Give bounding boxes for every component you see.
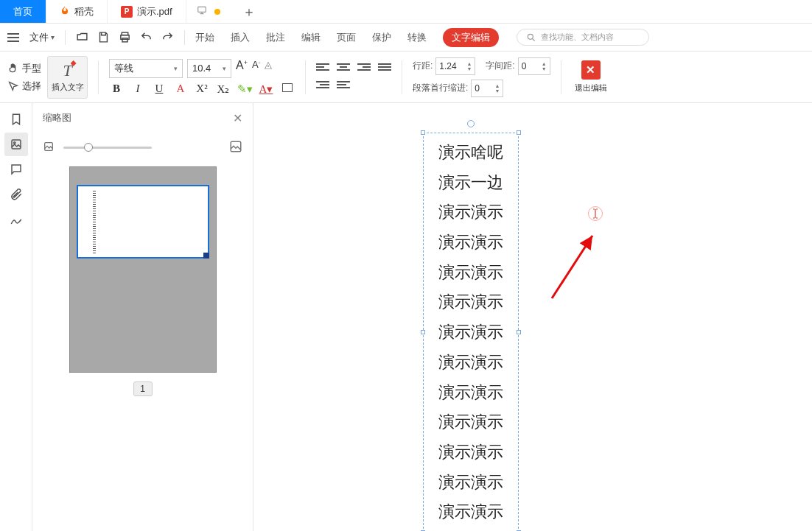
thumb-small-icon[interactable] — [43, 141, 55, 155]
shrink-font-icon[interactable]: A- — [252, 59, 260, 78]
svg-point-4 — [528, 34, 533, 39]
svg-rect-0 — [197, 7, 206, 12]
thumbnail-panel-icon[interactable] — [4, 133, 28, 156]
tab-document[interactable]: P 演示.pdf — [108, 0, 186, 23]
indent-decrease-button[interactable] — [316, 81, 329, 91]
menu-edit[interactable]: 编辑 — [301, 31, 321, 44]
sign-panel-icon[interactable] — [4, 208, 28, 231]
resize-handle[interactable] — [517, 130, 521, 135]
strikethrough-button[interactable]: A — [173, 82, 188, 95]
char-spacing-label: 字间距: — [486, 60, 514, 72]
slider-thumb[interactable] — [84, 143, 93, 152]
tabs-bar: 首页 稻壳 P 演示.pdf ＋ — [0, 0, 812, 24]
highlight-button[interactable]: ✎▾ — [237, 82, 252, 96]
text-box-button[interactable] — [280, 82, 295, 95]
indent-increase-button[interactable] — [337, 81, 350, 91]
spinner-icon[interactable]: ▲▼ — [494, 83, 500, 94]
spinner-icon[interactable]: ▲▼ — [466, 61, 472, 71]
line-spacing-value: 1.24 — [439, 61, 456, 71]
superscript-button[interactable]: X² — [195, 82, 209, 95]
status-dot-icon — [214, 9, 220, 15]
screen-icon[interactable] — [197, 5, 207, 18]
menu-start[interactable]: 开始 — [195, 31, 214, 44]
menu-convert[interactable]: 转换 — [407, 31, 427, 44]
side-icon-strip — [0, 103, 32, 531]
menu-text-edit[interactable]: 文字编辑 — [443, 28, 499, 47]
resize-handle[interactable] — [421, 130, 425, 135]
svg-line-9 — [552, 236, 592, 298]
resize-handle[interactable] — [421, 330, 425, 334]
align-justify-button[interactable] — [378, 63, 391, 74]
close-panel-button[interactable]: ✕ — [233, 111, 242, 125]
text-line: 演示演示 — [427, 437, 515, 468]
align-center-button[interactable] — [337, 63, 350, 74]
pointer-tools: 手型 选择 — [7, 62, 41, 93]
tab-home-label: 首页 — [13, 5, 32, 18]
subscript-button[interactable]: X₂ — [216, 82, 231, 96]
thumbnail-panel: 缩略图 ✕ 1 — [32, 103, 253, 531]
italic-button[interactable]: I — [130, 82, 145, 95]
separator — [305, 60, 306, 94]
insert-text-button[interactable]: T 插入文字 — [47, 56, 88, 99]
text-line: 演示演示 — [427, 317, 515, 348]
svg-rect-7 — [45, 142, 53, 150]
font-family-value: 等线 — [114, 62, 133, 75]
font-color-button[interactable]: A▾ — [259, 82, 273, 96]
font-size-select[interactable]: 10.4 ▾ — [187, 59, 231, 78]
rotate-handle[interactable] — [467, 120, 475, 127]
menu-page[interactable]: 页面 — [337, 31, 356, 44]
print-icon[interactable] — [119, 31, 131, 43]
tab-document-label: 演示.pdf — [137, 5, 172, 18]
hand-tool[interactable]: 手型 — [7, 62, 41, 75]
tab-home[interactable]: 首页 — [0, 0, 46, 23]
first-indent-field: 段落首行缩进: 0 ▲▼ — [413, 80, 503, 97]
align-right-button[interactable] — [357, 63, 371, 74]
exit-edit-button[interactable]: ✕ 退出编辑 — [575, 60, 607, 94]
zoom-slider[interactable] — [63, 147, 152, 149]
menu-annotate[interactable]: 批注 — [266, 31, 285, 44]
font-family-select[interactable]: 等线 ▾ — [109, 59, 183, 78]
thumb-large-icon[interactable] — [229, 140, 242, 155]
spinner-icon[interactable]: ▲▼ — [542, 61, 547, 71]
svg-rect-5 — [12, 140, 21, 149]
line-spacing-field: 行距: 1.24 ▲▼ — [413, 57, 475, 75]
char-spacing-input[interactable]: 0 ▲▼ — [518, 57, 550, 75]
hand-tool-label: 手型 — [22, 62, 41, 75]
text-line: 演示演示 — [427, 378, 515, 408]
grow-font-icon[interactable]: A+ — [236, 59, 248, 78]
line-spacing-input[interactable]: 1.24 ▲▼ — [435, 57, 475, 75]
first-indent-input[interactable]: 0 ▲▼ — [471, 80, 503, 97]
attachment-panel-icon[interactable] — [4, 183, 28, 206]
chevron-down-icon: ▾ — [51, 33, 55, 41]
comment-panel-icon[interactable] — [4, 158, 28, 181]
bookmark-panel-icon[interactable] — [4, 108, 28, 131]
save-icon[interactable] — [97, 31, 110, 43]
cursor-icon — [7, 80, 19, 92]
file-menu[interactable]: 文件 ▾ — [29, 31, 55, 44]
menu-insert[interactable]: 插入 — [231, 31, 250, 44]
clear-format-icon[interactable]: ◬ — [265, 59, 272, 78]
workspace: 缩略图 ✕ 1 — [0, 103, 812, 531]
page-thumbnail[interactable] — [69, 166, 217, 373]
search-input[interactable]: 查找功能、文档内容 — [517, 29, 649, 46]
document-canvas[interactable]: 演示啥呢 演示一边 演示演示 演示演示 演示演示 演示演示 演示演示 演示演示 … — [253, 103, 812, 531]
search-placeholder: 查找功能、文档内容 — [541, 32, 614, 43]
hamburger-icon[interactable] — [7, 33, 19, 42]
align-left-button[interactable] — [316, 63, 329, 74]
new-tab-button[interactable]: ＋ — [231, 0, 267, 23]
bold-button[interactable]: B — [109, 82, 124, 95]
redo-icon[interactable] — [161, 31, 174, 43]
open-icon[interactable] — [76, 31, 88, 43]
text-line: 演示演示 — [427, 258, 515, 288]
fire-icon — [60, 5, 70, 18]
select-tool[interactable]: 选择 — [7, 80, 41, 93]
underline-button[interactable]: U — [152, 82, 167, 95]
tab-daoshell[interactable]: 稻壳 — [46, 0, 108, 23]
undo-icon[interactable] — [140, 31, 153, 43]
hand-icon — [7, 63, 19, 74]
editing-text-box[interactable]: 演示啥呢 演示一边 演示演示 演示演示 演示演示 演示演示 演示演示 演示演示 … — [423, 133, 519, 531]
menu-protect[interactable]: 保护 — [372, 31, 391, 44]
text-line: 演示演示 — [427, 228, 515, 258]
resize-handle[interactable] — [517, 330, 521, 334]
separator — [98, 60, 99, 94]
